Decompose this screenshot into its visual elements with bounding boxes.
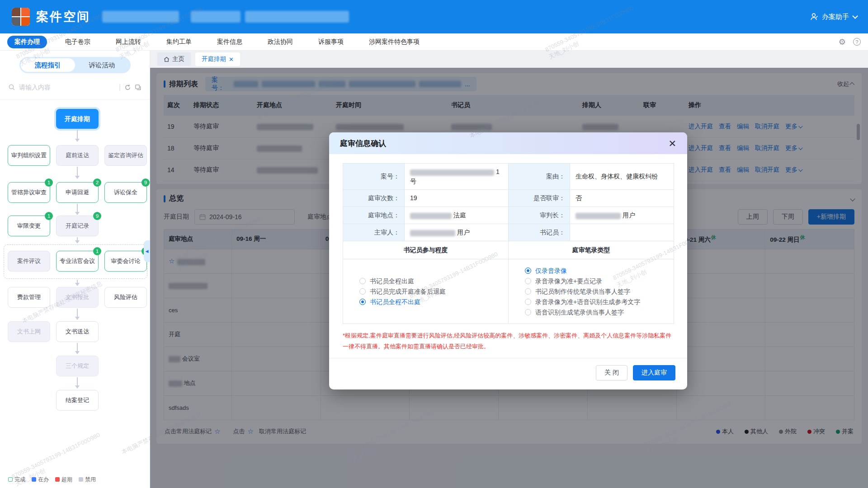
radio-speech-record-sign[interactable]: 语音识别生成笔录供当事人签字: [525, 308, 674, 317]
enter-hearing-button[interactable]: 进入庭审: [633, 365, 675, 380]
flow-node[interactable]: 审委会讨论✓: [104, 251, 147, 272]
count-badge: 9: [142, 178, 150, 187]
tab-home[interactable]: 主页: [157, 52, 191, 66]
record-type-title: 庭审笔录类型: [509, 241, 674, 259]
radio-icon: [525, 278, 531, 284]
assistant-label: 办案助手: [822, 13, 849, 21]
flow-node: 文书报批: [56, 287, 99, 308]
home-icon: [164, 56, 170, 62]
help-icon[interactable]: ?: [853, 38, 861, 46]
chief-judge-label: 主审人：: [343, 224, 405, 241]
radio-clerk-leave-after-prep[interactable]: 书记员完成开庭准备后退庭: [359, 287, 508, 296]
search-input[interactable]: [19, 84, 115, 91]
search-icon: [8, 84, 15, 91]
flow-node-kaiting-paiqi[interactable]: 开庭排期: [56, 109, 99, 129]
flow-node[interactable]: 庭前送达: [56, 145, 99, 166]
flow-node[interactable]: 案件评议: [8, 251, 50, 272]
chief-judge-value: 用户: [405, 224, 509, 241]
nav-e-dossier[interactable]: 电子卷宗: [52, 38, 103, 46]
flow-node[interactable]: 费款管理: [8, 287, 50, 308]
flow-node[interactable]: 管辖异议审查1: [8, 182, 50, 203]
location-label: 庭审地点：: [343, 207, 405, 224]
count-badge: 1: [45, 178, 53, 187]
refresh-icon[interactable]: [124, 84, 131, 91]
nav-work-order[interactable]: 集约工单: [154, 38, 204, 46]
nav-case-handling[interactable]: 案件办理: [7, 36, 47, 48]
radio-icon: [359, 278, 366, 284]
radio-icon: [525, 309, 531, 315]
close-tab-icon[interactable]: ✕: [229, 56, 234, 63]
tab-litigation-activity[interactable]: 诉讼活动: [75, 58, 129, 72]
flow-node[interactable]: 鉴定咨询评估: [104, 145, 147, 166]
app-title: 案件空间: [36, 9, 90, 25]
chevron-down-icon: [852, 13, 858, 19]
case-no-label: 案号：: [343, 164, 405, 190]
radio-av-only[interactable]: 仅录音录像: [525, 267, 674, 275]
radio-av-plus-speech-text[interactable]: 录音录像为准+语音识别生成参考文字: [525, 298, 674, 306]
flow-node: 三个规定: [56, 356, 99, 376]
nav-internet-case[interactable]: 涉网案件特色事项: [356, 38, 432, 46]
layers-icon[interactable]: [135, 84, 142, 91]
flow-node[interactable]: 审限变更1: [8, 216, 50, 236]
masked-breadcrumb: [102, 11, 179, 23]
radio-icon-selected: [525, 267, 531, 274]
radio-icon-selected: [359, 299, 366, 305]
count-badge: 2: [93, 178, 101, 187]
presiding-judge-label: 审判长：: [509, 207, 570, 224]
masked-breadcrumb: [191, 11, 241, 23]
app-window: 案件空间 办案助手 案件办理 电子卷宗 网上流转 集约工单 案件信息 政法协同 …: [0, 0, 868, 488]
case-no-value: 1号: [405, 164, 509, 190]
user-icon: [810, 12, 819, 21]
sidebar-tab-switch: 流程指引 诉讼活动: [19, 57, 131, 73]
sidebar-collapse-handle[interactable]: ◀: [144, 240, 150, 262]
flow-node[interactable]: 文书送达: [56, 321, 99, 342]
clerk-value: [570, 224, 674, 241]
count-badge: 1: [93, 247, 101, 255]
cause-value: 生命权、身体权、健康权纠纷: [570, 164, 674, 190]
close-icon[interactable]: ✕: [668, 139, 676, 148]
radio-clerk-full-attend[interactable]: 书记员全程出庭: [359, 277, 508, 286]
hearing-info-table: 案号： 1号 案由： 生命权、身体权、健康权纠纷 庭审次数： 19 是否联审： …: [343, 163, 674, 324]
flow-node[interactable]: 开庭记录9: [56, 216, 99, 236]
joint-review-label: 是否联审：: [509, 190, 570, 207]
gear-icon[interactable]: ⚙: [839, 37, 846, 47]
radio-clerk-no-attend[interactable]: 书记员全程不出庭: [359, 298, 508, 306]
flow-status-legend: 完成 在办 超期 禁用: [8, 476, 96, 483]
radio-icon: [525, 299, 531, 305]
flow-node[interactable]: 专业法官会议1: [56, 251, 99, 272]
page-tabs: 主页 开庭排期 ✕: [150, 51, 868, 68]
sidebar: 流程指引 诉讼活动 | 开庭排期 审判组织设置 庭前送达 鉴定咨询评估 管辖异议…: [0, 51, 150, 488]
flow-node[interactable]: 申请回避2: [56, 182, 99, 203]
flow-node[interactable]: 结案登记: [56, 390, 99, 411]
nav-case-info[interactable]: 案件信息: [204, 38, 255, 46]
count-badge: 9: [93, 212, 101, 220]
live-broadcast-warning: *根据规定,案件庭审直播需要进行风险评估,经风险评估较高的案件、涉敏感案件、涉密…: [343, 330, 674, 352]
flow-node[interactable]: 审判组织设置: [8, 145, 50, 166]
top-header: 案件空间 办案助手: [0, 0, 868, 33]
joint-review-value: 否: [570, 190, 674, 207]
nav-online-transfer[interactable]: 网上流转: [103, 38, 154, 46]
radio-icon: [359, 288, 366, 295]
radio-traditional-record[interactable]: 书记员制作传统笔录供当事人签字: [525, 287, 674, 296]
radio-icon: [525, 288, 531, 295]
close-button[interactable]: 关 闭: [596, 365, 627, 380]
tab-process-guide[interactable]: 流程指引: [21, 58, 75, 72]
tab-kaiting-paiqi[interactable]: 开庭排期 ✕: [195, 52, 240, 66]
hearing-confirm-modal: 庭审信息确认 ✕ 案号： 1号 案由： 生命权、身体权、健康权纠纷 庭审次数： …: [329, 132, 687, 389]
assistant-menu[interactable]: 办案助手: [810, 12, 856, 21]
sidebar-search: |: [8, 80, 142, 95]
nav-legal-coop[interactable]: 政法协同: [255, 38, 306, 46]
cause-label: 案由：: [509, 164, 570, 190]
main-nav: 案件办理 电子卷宗 网上流转 集约工单 案件信息 政法协同 诉服事项 涉网案件特…: [0, 33, 868, 51]
session-count-value: 19: [405, 190, 509, 207]
masked-breadcrumb: [245, 11, 349, 23]
modal-header: 庭审信息确认 ✕: [329, 132, 687, 154]
flow-node[interactable]: 诉讼保全9: [104, 182, 147, 203]
location-value: 法庭: [405, 207, 509, 224]
presiding-judge-value: 用户: [570, 207, 674, 224]
nav-litigation-service[interactable]: 诉服事项: [306, 38, 356, 46]
clerk-participation-title: 书记员参与程度: [343, 241, 509, 259]
radio-av-plus-notes[interactable]: 录音录像为准+要点记录: [525, 277, 674, 286]
flow-node[interactable]: 风险评估: [104, 287, 147, 308]
record-type-options: 仅录音录像 录音录像为准+要点记录 书记员制作传统笔录供当事人签字 录音录像为准…: [509, 259, 674, 324]
